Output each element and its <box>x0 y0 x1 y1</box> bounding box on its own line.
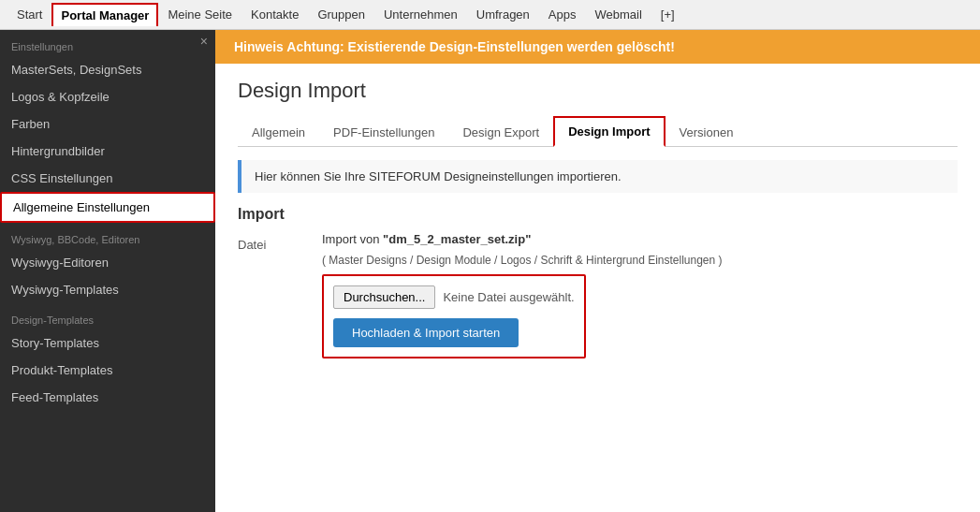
sidebar-item-wysiwyg-templates[interactable]: Wysiwyg-Templates <box>0 276 215 303</box>
main-content: Hinweis Achtung: Existierende Design-Ein… <box>215 30 980 512</box>
nav-portal-manager[interactable]: Portal Manager <box>51 3 158 26</box>
sidebar-item-story-templates[interactable]: Story-Templates <box>0 329 215 357</box>
sidebar-item-produkt-templates[interactable]: Produkt-Templates <box>0 357 215 384</box>
tabs-bar: Allgemein PDF-Einstellungen Design Expor… <box>238 116 958 147</box>
file-name-label: Keine Datei ausgewählt. <box>443 290 574 304</box>
nav-meine-seite[interactable]: Meine Seite <box>158 2 241 27</box>
import-filename: "dm_5_2_master_set.zip" <box>383 232 531 246</box>
datei-field: Import von "dm_5_2_master_set.zip" ( Mas… <box>322 232 958 358</box>
main-layout: × Einstellungen MasterSets, DesignSets L… <box>0 30 980 512</box>
datei-label: Datei <box>238 232 322 252</box>
upload-button-row: Hochladen & Import starten <box>333 318 575 347</box>
info-box: Hier können Sie Ihre SITEFORUM Designein… <box>238 160 958 193</box>
nav-webmail[interactable]: Webmail <box>585 2 651 27</box>
sidebar-section-wysiwyg: Wysiwyg, BBCode, Editoren <box>0 223 215 249</box>
page-title: Design Import <box>238 79 958 103</box>
datei-form-row: Datei Import von "dm_5_2_master_set.zip"… <box>238 232 958 358</box>
nav-unternehmen[interactable]: Unternehmen <box>374 2 467 27</box>
page-inner: Design Import Allgemein PDF-Einstellunge… <box>215 64 980 385</box>
tab-allgemein[interactable]: Allgemein <box>238 118 319 146</box>
sidebar-item-wysiwyg-editoren[interactable]: Wysiwyg-Editoren <box>0 249 215 276</box>
nav-plus[interactable]: [+] <box>651 2 684 27</box>
file-input-row: Durchsuchen... Keine Datei ausgewählt. <box>333 285 575 309</box>
tab-design-import[interactable]: Design Import <box>553 116 665 147</box>
nav-apps[interactable]: Apps <box>539 2 586 27</box>
tab-pdf-einstellungen[interactable]: PDF-Einstellungen <box>319 118 448 146</box>
import-section-title: Import <box>238 206 958 223</box>
warning-banner: Hinweis Achtung: Existierende Design-Ein… <box>215 30 980 64</box>
sidebar-close-icon[interactable]: × <box>200 34 208 49</box>
sidebar-item-farben[interactable]: Farben <box>0 110 215 138</box>
sidebar-item-hintergrundbilder[interactable]: Hintergrundbilder <box>0 138 215 165</box>
sidebar-item-css[interactable]: CSS Einstellungen <box>0 165 215 192</box>
import-info-line2: ( Master Designs / Design Module / Logos… <box>322 254 958 267</box>
nav-start[interactable]: Start <box>7 2 51 27</box>
sidebar-item-logos[interactable]: Logos & Kopfzeile <box>0 83 215 110</box>
sidebar-section-design-templates: Design-Templates <box>0 303 215 329</box>
sidebar-section-einstellungen: Einstellungen <box>0 30 215 56</box>
upload-button[interactable]: Hochladen & Import starten <box>333 318 519 347</box>
sidebar-item-feed-templates[interactable]: Feed-Templates <box>0 384 215 411</box>
nav-kontakte[interactable]: Kontakte <box>241 2 308 27</box>
sidebar-item-allgemeine[interactable]: Allgemeine Einstellungen <box>0 192 215 223</box>
tab-design-export[interactable]: Design Export <box>448 118 553 146</box>
top-navigation: Start Portal Manager Meine Seite Kontakt… <box>0 0 980 30</box>
file-input-wrapper: Durchsuchen... Keine Datei ausgewählt. H… <box>322 274 586 358</box>
nav-gruppen[interactable]: Gruppen <box>308 2 374 27</box>
browse-button[interactable]: Durchsuchen... <box>333 285 435 309</box>
sidebar: × Einstellungen MasterSets, DesignSets L… <box>0 30 215 512</box>
tab-versionen[interactable]: Versionen <box>666 118 748 146</box>
sidebar-item-mastersets[interactable]: MasterSets, DesignSets <box>0 56 215 83</box>
import-info-line1: Import von "dm_5_2_master_set.zip" <box>322 232 958 246</box>
nav-umfragen[interactable]: Umfragen <box>467 2 539 27</box>
